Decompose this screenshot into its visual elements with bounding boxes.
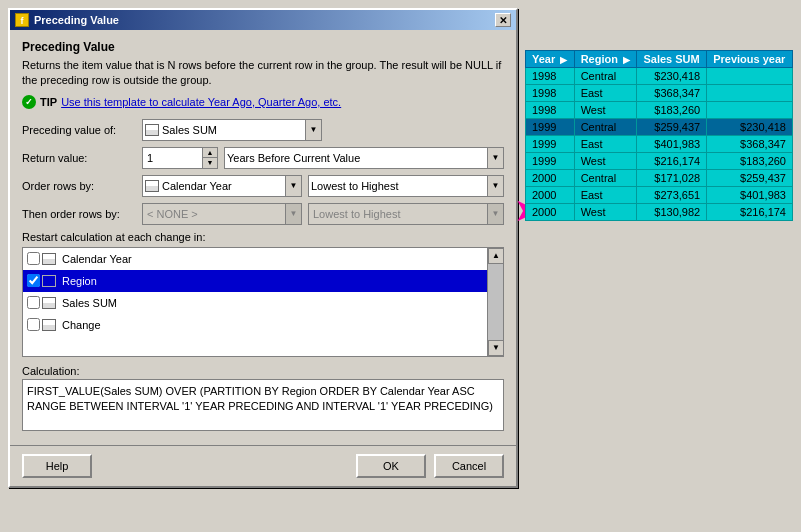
scrollbar[interactable]: ▲ ▼	[487, 248, 503, 356]
table-cell: $183,260	[637, 102, 707, 119]
order-rows-sort-select[interactable]: Lowest to Highest ▼	[308, 175, 504, 197]
order-rows-row: Order rows by: Calendar Year ▼ Lowest to…	[22, 175, 504, 197]
table-cell: $171,028	[637, 170, 707, 187]
table-cell: Central	[574, 119, 637, 136]
table-cell	[707, 68, 793, 85]
table-icon	[145, 124, 159, 136]
table-cell: 2000	[526, 204, 575, 221]
footer-right-buttons: OK Cancel	[356, 454, 504, 478]
table-cell	[707, 102, 793, 119]
table-cell: $183,260	[707, 153, 793, 170]
checkbox-list: Calendar Year Region Sales SUM	[23, 248, 487, 356]
table-cell: West	[574, 102, 637, 119]
then-sort-arrow[interactable]: ▼	[487, 204, 503, 224]
table-cell	[707, 85, 793, 102]
checkbox-item-sales-sum[interactable]: Sales SUM	[23, 292, 487, 314]
table-cell: $216,174	[707, 204, 793, 221]
change-label: Change	[62, 319, 101, 331]
col-header-prev[interactable]: Previous year	[707, 51, 793, 68]
preceding-value-arrow[interactable]: ▼	[305, 120, 321, 140]
calculation-section: Calculation: FIRST_VALUE(Sales SUM) OVER…	[22, 365, 504, 431]
spinner-up[interactable]: ▲	[203, 148, 217, 158]
checkbox-calendar-year[interactable]	[27, 252, 40, 265]
sales-header-text: Sales SUM	[643, 53, 699, 65]
table-row: 1999East$401,983$368,347	[526, 136, 793, 153]
then-order-arrow[interactable]: ▼	[285, 204, 301, 224]
data-table: Year ▶ Region ▶ Sales SUM Previous year …	[525, 50, 793, 221]
table-row: 1998West$183,260	[526, 102, 793, 119]
number-spinners: ▲ ▼	[202, 147, 218, 169]
table-cell: $273,651	[637, 187, 707, 204]
table-row: 2000Central$171,028$259,437	[526, 170, 793, 187]
col-header-region[interactable]: Region ▶	[574, 51, 637, 68]
table-cell: Central	[574, 170, 637, 187]
section-title: Preceding Value	[22, 40, 504, 54]
dialog-icon: f	[15, 13, 29, 27]
title-left: f Preceding Value	[15, 13, 119, 27]
sales-sum-label: Sales SUM	[62, 297, 117, 309]
col-header-year[interactable]: Year ▶	[526, 51, 575, 68]
region-header-text: Region	[581, 53, 618, 65]
table-cell: 1999	[526, 136, 575, 153]
tip-line: ✓ TIP Use this template to calculate Yea…	[22, 95, 504, 109]
table-cell: West	[574, 153, 637, 170]
calculation-text: FIRST_VALUE(Sales SUM) OVER (PARTITION B…	[22, 379, 504, 431]
scroll-track	[488, 264, 503, 340]
return-value-number[interactable]	[142, 147, 202, 169]
preceding-value-row: Preceding value of: Sales SUM ▼	[22, 119, 504, 141]
table-row: 1998Central$230,418	[526, 68, 793, 85]
col-header-sales[interactable]: Sales SUM	[637, 51, 707, 68]
then-order-field-select[interactable]: < NONE > ▼	[142, 203, 302, 225]
checkbox-item-region[interactable]: Region	[23, 270, 487, 292]
scroll-up-btn[interactable]: ▲	[488, 248, 504, 264]
preceding-value-field: Sales SUM	[162, 124, 217, 136]
table-cell: $368,347	[707, 136, 793, 153]
ok-button[interactable]: OK	[356, 454, 426, 478]
order-rows-arrow[interactable]: ▼	[285, 176, 301, 196]
table-row: 2000East$273,651$401,983	[526, 187, 793, 204]
number-input-wrapper: ▲ ▼	[142, 147, 218, 169]
return-value-type-select[interactable]: Years Before Current Value ▼	[224, 147, 504, 169]
table-row: 1998East$368,347	[526, 85, 793, 102]
prev-header-text: Previous year	[713, 53, 785, 65]
order-rows-label: Order rows by:	[22, 180, 142, 192]
then-order-sort-select[interactable]: Lowest to Highest ▼	[308, 203, 504, 225]
table-cell: 1998	[526, 85, 575, 102]
checkbox-item-calendar-year[interactable]: Calendar Year	[23, 248, 487, 270]
table-header-row: Year ▶ Region ▶ Sales SUM Previous year	[526, 51, 793, 68]
close-button[interactable]: ✕	[495, 13, 511, 27]
dialog-title: Preceding Value	[34, 14, 119, 26]
calculation-label: Calculation:	[22, 365, 504, 377]
preceding-value-label: Preceding value of:	[22, 124, 142, 136]
calendar-year-icon	[42, 253, 56, 265]
spinner-down[interactable]: ▼	[203, 158, 217, 168]
cancel-button[interactable]: Cancel	[434, 454, 504, 478]
year-sort-icon: ▶	[560, 55, 567, 65]
order-rows-field-select[interactable]: Calendar Year ▼	[142, 175, 302, 197]
order-sort-arrow[interactable]: ▼	[487, 176, 503, 196]
region-icon	[42, 275, 56, 287]
checkbox-change[interactable]	[27, 318, 40, 331]
table-cell: 1999	[526, 119, 575, 136]
dialog-body: Preceding Value Returns the item value t…	[10, 30, 516, 441]
year-header-text: Year	[532, 53, 555, 65]
table-row: 2000West$130,982$216,174	[526, 204, 793, 221]
table-cell: $230,418	[707, 119, 793, 136]
preceding-value-select[interactable]: Sales SUM ▼	[142, 119, 322, 141]
table-cell: 2000	[526, 187, 575, 204]
checkbox-sales-sum[interactable]	[27, 296, 40, 309]
return-value-row: Return value: ▲ ▼ Years Before Current V…	[22, 147, 504, 169]
then-order-field: < NONE >	[147, 208, 198, 220]
scroll-down-btn[interactable]: ▼	[488, 340, 504, 356]
table-cell: 2000	[526, 170, 575, 187]
dialog-titlebar: f Preceding Value ✕	[10, 10, 516, 30]
order-rows-field: Calendar Year	[162, 180, 232, 192]
help-button[interactable]: Help	[22, 454, 92, 478]
table-cell: $401,983	[637, 136, 707, 153]
checkbox-region[interactable]	[27, 274, 40, 287]
tip-text[interactable]: Use this template to calculate Year Ago,…	[61, 96, 341, 108]
calendar-year-label: Calendar Year	[62, 253, 132, 265]
return-type-arrow[interactable]: ▼	[487, 148, 503, 168]
section-description: Returns the item value that is N rows be…	[22, 58, 504, 89]
checkbox-item-change[interactable]: Change	[23, 314, 487, 336]
